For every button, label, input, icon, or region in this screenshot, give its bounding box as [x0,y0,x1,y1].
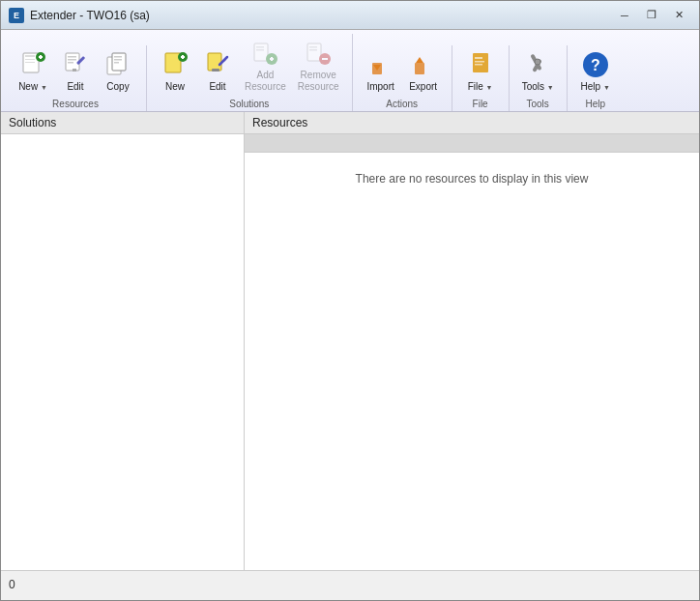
import-button[interactable]: Import [361,45,401,97]
tools-group-label: Tools [526,99,548,109]
file-button[interactable]: File ▼ [460,45,501,97]
tools-buttons: Tools ▼ [517,45,559,97]
resources-panel-body: There are no resources to display in thi… [245,153,699,570]
add-resource-icon [249,38,280,69]
ribbon-group-actions: Import Export Actions [353,45,452,111]
title-bar-left: E Extender - TWO16 (sa) [9,8,150,23]
import-label: Import [366,81,394,93]
file-icon [465,49,496,80]
remove-resource-icon [303,38,334,69]
svg-rect-36 [309,49,317,51]
new-solution-icon [160,49,190,80]
tools-icon [522,49,553,80]
add-resource-label: AddResource [245,70,286,93]
svg-text:?: ? [591,57,600,73]
help-group-label: Help [585,99,605,109]
new-solution-button[interactable]: New [155,45,195,97]
svg-rect-18 [114,59,122,61]
actions-group-label: Actions [386,99,418,109]
resources-subheader [245,134,699,153]
svg-rect-29 [256,46,264,48]
file-buttons: File ▼ [460,45,501,97]
no-resources-message: There are no resources to display in thi… [356,172,589,186]
ribbon-group-file: File ▼ File [452,45,510,111]
window-controls: ─ ❒ ✕ [612,6,691,25]
svg-rect-23 [182,55,184,59]
new-solution-label: New [165,81,185,93]
solutions-panel: Solutions [1,112,245,570]
svg-rect-14 [73,69,76,72]
file-group-label: File [473,99,488,109]
solutions-panel-body [1,134,244,570]
resources-panel-header: Resources [245,112,699,134]
svg-rect-17 [114,56,122,58]
new-resource-arrow: ▼ [41,84,47,91]
solutions-buttons: New Edit [155,34,344,97]
ribbon-group-solutions: New Edit [147,34,353,111]
edit-resource-label: Edit [67,81,83,93]
svg-rect-5 [25,62,35,63]
new-resource-icon [17,49,48,80]
remove-resource-label: RemoveResource [298,70,339,93]
svg-rect-12 [68,62,73,64]
main-content: Solutions Resources There are no resourc… [1,112,699,570]
status-bar: 0 [1,570,699,597]
svg-rect-10 [68,56,76,58]
title-bar: E Extender - TWO16 (sa) ─ ❒ ✕ [1,1,699,30]
solutions-panel-header: Solutions [1,112,244,134]
svg-rect-28 [254,43,268,61]
svg-rect-45 [475,61,484,63]
ribbon-group-tools: Tools ▼ Tools [510,45,568,111]
svg-rect-41 [415,63,424,74]
export-icon [408,49,439,80]
file-arrow: ▼ [486,84,493,91]
actions-buttons: Import Export [361,45,444,97]
svg-rect-38 [322,58,328,60]
help-label: Help ▼ [581,81,610,93]
copy-resource-icon [102,49,133,80]
ribbon-group-help: ? Help ▼ Help [568,45,624,111]
help-arrow: ▼ [603,84,610,91]
export-button[interactable]: Export [403,45,444,97]
solutions-group-label: Solutions [229,99,269,109]
svg-point-49 [535,59,540,65]
edit-solution-icon [202,49,233,80]
svg-rect-34 [307,43,321,61]
restore-button[interactable]: ❒ [639,6,664,25]
svg-text:E: E [14,11,19,20]
svg-rect-27 [212,69,219,72]
resources-group-label: Resources [52,99,99,109]
file-label: File ▼ [468,81,493,93]
svg-rect-35 [309,46,317,48]
svg-rect-3 [25,55,35,57]
svg-rect-43 [473,53,488,72]
edit-resource-button[interactable]: Edit [55,45,96,97]
status-value: 0 [9,578,15,591]
edit-solution-button[interactable]: Edit [197,45,238,97]
tools-button[interactable]: Tools ▼ [517,45,559,97]
ribbon-group-resources: New ▼ [5,45,147,111]
new-resource-button[interactable]: New ▼ [13,45,53,97]
close-button[interactable]: ✕ [666,6,691,25]
svg-rect-46 [475,64,482,66]
add-resource-button[interactable]: AddResource [240,34,291,97]
export-label: Export [409,81,437,93]
remove-resource-button[interactable]: RemoveResource [293,34,344,97]
resources-panel: Resources There are no resources to disp… [245,112,699,570]
copy-resource-label: Copy [106,81,129,93]
edit-resource-icon [60,49,91,80]
tools-arrow: ▼ [547,84,554,91]
ribbon: New ▼ [1,30,699,112]
minimize-button[interactable]: ─ [612,6,637,25]
help-button[interactable]: ? Help ▼ [575,45,616,97]
help-icon: ? [580,49,611,80]
edit-solution-label: Edit [209,81,225,93]
svg-rect-4 [25,59,35,60]
ribbon-groups: New ▼ [5,34,695,111]
svg-rect-44 [475,57,482,59]
app-icon: E [9,8,24,23]
svg-rect-8 [40,55,42,59]
copy-resource-button[interactable]: Copy [98,45,138,97]
svg-rect-30 [256,49,264,51]
svg-rect-24 [208,53,221,71]
